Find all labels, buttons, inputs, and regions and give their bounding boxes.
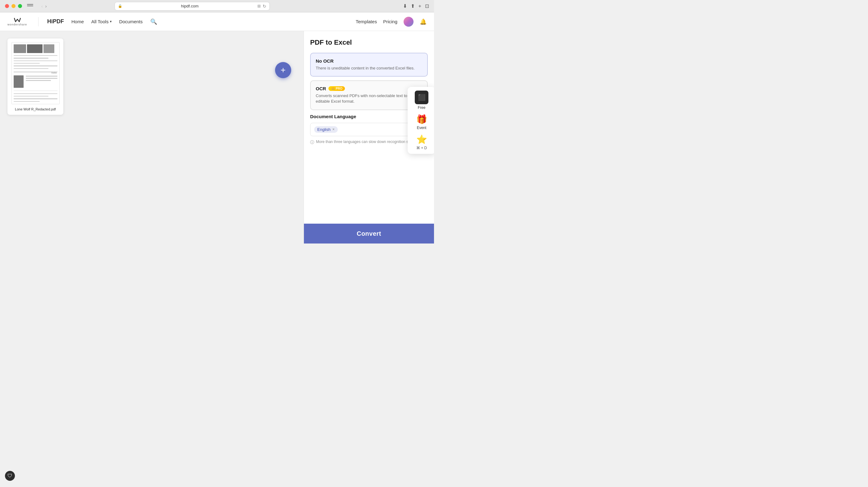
warning-text: More than three languages can slow down … (316, 139, 417, 144)
pdf-filename: Lone Wolf R_Redacted.pdf (15, 107, 56, 111)
main-content: Italia (0, 31, 434, 244)
popup-item-free[interactable]: ⬛ Free (415, 91, 428, 110)
window-chrome: ‹ › 🔒 hipdf.com ⊞ ↻ ⬇ ⬆ + ⊡ (0, 0, 434, 12)
gift-icon: 🎁 (416, 114, 427, 124)
popup-event-label: Event (417, 126, 427, 130)
nav-links: Home All Tools ▾ Documents (71, 19, 143, 24)
templates-link[interactable]: Templates (356, 19, 377, 24)
nav-home[interactable]: Home (71, 19, 84, 24)
toolbar-right: ⬇ ⬆ + ⊡ (403, 3, 429, 9)
right-panel: PDF to Excel No OCR There is uneditable … (304, 31, 434, 244)
header-divider (38, 17, 38, 26)
address-bar[interactable]: 🔒 hipdf.com ⊞ ↻ (115, 2, 270, 10)
star-icon: ⭐ (416, 134, 427, 144)
download-icon[interactable]: ⬇ (403, 3, 407, 9)
share-icon[interactable]: ⬆ (411, 3, 415, 9)
dropdown-popup: ⬛ Free 🎁 Event ⭐ ⌘ + D (408, 87, 434, 154)
bell-icon[interactable]: 🔔 (420, 18, 427, 25)
language-remove-button[interactable]: × (333, 127, 335, 132)
back-button[interactable]: ‹ (41, 4, 43, 9)
language-label: English (317, 127, 331, 132)
new-tab-icon[interactable]: + (418, 3, 421, 9)
url-text: hipdf.com (124, 4, 255, 8)
crown-icon: 👑 (331, 87, 335, 90)
ocr-desc: Converts scanned PDFs with non-selectabl… (316, 93, 422, 104)
add-file-button[interactable]: + (275, 62, 291, 78)
nav-documents[interactable]: Documents (119, 19, 143, 24)
reader-icon: ⊞ (257, 4, 261, 8)
pdf-preview: Italia (11, 42, 60, 104)
sidebar-toggle[interactable] (27, 4, 33, 8)
popup-free-label: Free (418, 105, 426, 110)
no-ocr-desc: There is uneditable content in the conve… (316, 65, 422, 71)
panel-title: PDF to Excel (310, 38, 428, 46)
free-icon: ⬛ (418, 94, 426, 101)
refresh-icon[interactable]: ↻ (262, 4, 266, 9)
popup-item-event[interactable]: 🎁 Event (416, 114, 427, 130)
file-zone: Italia (0, 31, 304, 244)
info-icon: ⓘ (310, 139, 314, 145)
pdf-card[interactable]: Italia (7, 38, 63, 115)
convert-button[interactable]: Convert (304, 224, 434, 244)
sidebar-right-icon[interactable]: ⊡ (425, 3, 429, 9)
logo-area[interactable]: wondershare (7, 18, 27, 26)
wondershare-label: wondershare (7, 23, 27, 26)
header: wondershare HiPDF Home All Tools ▾ Docum… (0, 12, 434, 31)
nav-all-tools[interactable]: All Tools ▾ (91, 19, 112, 24)
language-tag-english[interactable]: English × (314, 126, 338, 133)
no-ocr-title: No OCR (316, 58, 334, 64)
free-icon-box: ⬛ (415, 91, 428, 104)
brand-name: HiPDF (47, 18, 64, 25)
maximize-button[interactable] (18, 4, 22, 8)
close-button[interactable] (5, 4, 9, 8)
no-ocr-option[interactable]: No OCR There is uneditable content in th… (310, 53, 428, 76)
wondershare-logo-icon (14, 18, 21, 23)
chevron-down-icon: ▾ (110, 20, 112, 24)
avatar[interactable] (404, 17, 413, 27)
pro-badge: 👑 PRO (329, 86, 345, 91)
header-right: Templates Pricing 🔔 (356, 17, 427, 27)
minimize-button[interactable] (11, 4, 16, 8)
pricing-link[interactable]: Pricing (383, 19, 397, 24)
lock-icon: 🔒 (118, 4, 122, 8)
popup-item-star[interactable]: ⭐ ⌘ + D (416, 134, 427, 150)
forward-button[interactable]: › (45, 4, 47, 9)
app-container: wondershare HiPDF Home All Tools ▾ Docum… (0, 12, 434, 244)
shortcut-text: ⌘ + D (416, 146, 427, 150)
ocr-title: OCR (316, 86, 326, 91)
search-icon[interactable]: 🔍 (150, 18, 157, 25)
